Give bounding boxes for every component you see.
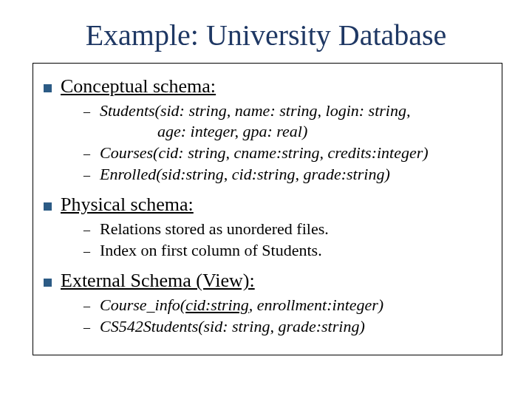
sub-text: Enrolled(sid:string, cid:string, grade:s… [100, 164, 390, 185]
sub-list: – Relations stored as unordered files. –… [83, 219, 488, 261]
dash-icon: – [83, 222, 91, 239]
list-item: – Relations stored as unordered files. [83, 219, 488, 240]
sub-text: Students(sid: string, name: string, logi… [100, 100, 410, 122]
section-heading: Physical schema: [61, 192, 194, 217]
list-item: – Enrolled(sid:string, cid:string, grade… [83, 164, 488, 185]
sub-text: Courses(cid: string, cname:string, credi… [100, 143, 429, 164]
square-bullet-icon [44, 202, 52, 211]
sub-text: CS542Students(sid: string, grade:string) [100, 316, 365, 338]
sub-text: Index on first column of Students. [100, 240, 322, 262]
dash-icon: – [83, 243, 91, 260]
dash-icon: – [83, 298, 91, 315]
dash-icon: – [83, 167, 91, 184]
list-item: – Index on first column of Students. [83, 240, 488, 262]
list-item: – Course_info(cid:string, enrollment:int… [83, 295, 488, 316]
dash-icon: – [83, 319, 91, 336]
list-item: – Students(sid: string, name: string, lo… [83, 100, 488, 122]
list-item: External Schema (View): [44, 268, 488, 293]
list-item: – CS542Students(sid: string, grade:strin… [83, 316, 488, 338]
list-item: Conceptual schema: [44, 74, 488, 99]
section-heading: Conceptual schema: [61, 74, 216, 99]
slide: Example: University Database Conceptual … [0, 0, 532, 399]
sub-list: – Course_info(cid:string, enrollment:int… [83, 295, 488, 337]
underlined-text: cid:string [185, 296, 249, 314]
dash-icon: – [83, 103, 91, 120]
list-item: – Courses(cid: string, cname:string, cre… [83, 143, 488, 164]
content-box: Conceptual schema: – Students(sid: strin… [33, 63, 502, 355]
sub-text-continuation: age: integer, gpa: real) [157, 121, 488, 143]
slide-title: Example: University Database [22, 18, 510, 52]
square-bullet-icon [44, 279, 52, 287]
square-bullet-icon [44, 84, 52, 92]
sub-text: Relations stored as unordered files. [100, 219, 329, 240]
dash-icon: – [83, 146, 91, 163]
section-heading: External Schema (View): [61, 268, 255, 293]
sub-text: Course_info(cid:string, enrollment:integ… [100, 295, 383, 316]
list-item: Physical schema: [44, 192, 488, 217]
sub-list: – Students(sid: string, name: string, lo… [83, 100, 488, 185]
